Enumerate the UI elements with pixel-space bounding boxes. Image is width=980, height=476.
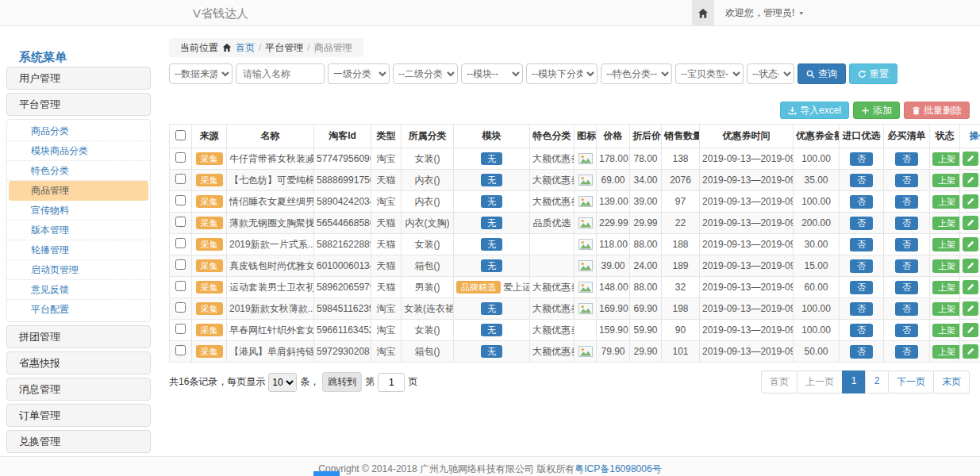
must-buy-toggle[interactable]: 否 (895, 324, 918, 337)
row-checkbox[interactable] (175, 324, 186, 334)
page-button[interactable]: 末页 (933, 370, 970, 393)
status-button[interactable]: 上架 (932, 345, 960, 359)
import-select-toggle[interactable]: 否 (850, 238, 873, 251)
row-checkbox[interactable] (175, 238, 186, 248)
status-button[interactable]: 上架 (932, 324, 960, 337)
filter-select-item-type[interactable]: --宝贝类型-- (675, 63, 744, 84)
add-button[interactable]: 添加 (853, 102, 900, 119)
edit-button[interactable] (963, 194, 978, 209)
page-button[interactable]: 下一页 (888, 370, 934, 393)
must-buy-toggle[interactable]: 否 (895, 152, 918, 166)
sidebar-item[interactable]: 版本管理 (7, 221, 150, 240)
cell-name: 2019新款女秋薄款... (227, 298, 314, 320)
sidebar-panel[interactable]: 省惠快报 (6, 351, 151, 374)
sidebar-item[interactable]: 意见反馈 (7, 280, 150, 300)
import-select-toggle[interactable]: 否 (850, 195, 873, 209)
filter-select-module-subcategory[interactable]: --模块下分类-- (526, 63, 598, 84)
select-all-checkbox[interactable] (175, 130, 186, 140)
must-buy-toggle[interactable]: 否 (895, 174, 918, 187)
sidebar-item[interactable]: 平台配置 (7, 300, 150, 320)
sidebar-item[interactable]: 启动页管理 (7, 260, 150, 280)
edit-button[interactable] (963, 173, 978, 187)
home-button[interactable] (692, 0, 714, 26)
must-buy-toggle[interactable]: 否 (895, 259, 918, 273)
filter-select-status[interactable]: --状态-- (747, 63, 794, 84)
status-button[interactable]: 上架 (932, 238, 960, 251)
sidebar-panel[interactable]: 消息管理 (6, 378, 151, 401)
page-size-select[interactable]: 10 (268, 373, 297, 392)
must-buy-toggle[interactable]: 否 (895, 217, 918, 230)
status-button[interactable]: 上架 (932, 281, 960, 294)
status-button[interactable]: 上架 (932, 217, 960, 230)
jump-page-input[interactable] (378, 373, 405, 392)
page-button[interactable]: 2 (865, 370, 889, 393)
import-select-toggle[interactable]: 否 (850, 217, 873, 230)
row-checkbox[interactable] (175, 152, 186, 163)
breadcrumb-item-platform[interactable]: 平台管理 (265, 41, 303, 55)
import-select-toggle[interactable]: 否 (850, 174, 873, 187)
must-buy-toggle[interactable]: 否 (895, 195, 918, 209)
page-button[interactable]: 首页 (761, 370, 797, 393)
status-button[interactable]: 上架 (932, 302, 960, 316)
row-checkbox[interactable] (175, 259, 186, 270)
edit-button[interactable] (963, 280, 978, 294)
import-select-toggle[interactable]: 否 (850, 281, 873, 294)
filter-select-feature-category[interactable]: --特色分类-- (601, 63, 672, 84)
user-menu[interactable]: 欢迎您，管理员! ▼ (714, 0, 980, 25)
edit-button[interactable] (963, 344, 978, 359)
row-checkbox[interactable] (175, 302, 186, 313)
edit-button[interactable] (963, 216, 978, 230)
filter-select-module[interactable]: --模块-- (461, 63, 523, 84)
jump-button[interactable]: 跳转到 (322, 372, 362, 392)
breadcrumb-home-link[interactable]: 首页 (236, 41, 255, 55)
cell-coupon-amount: 100.00 (794, 191, 840, 213)
sidebar-item[interactable]: 模块商品分类 (7, 141, 150, 161)
row-checkbox[interactable] (175, 281, 186, 291)
import-select-toggle[interactable]: 否 (850, 345, 873, 359)
edit-button[interactable] (963, 301, 978, 316)
sidebar-item[interactable]: 轮播管理 (7, 240, 150, 260)
sidebar-item[interactable]: 宣传物料 (7, 201, 150, 221)
cell-import-select: 否 (840, 320, 884, 341)
sidebar-panel[interactable]: 用户管理 (6, 67, 151, 90)
sidebar-panel[interactable]: 平台管理 (6, 93, 151, 116)
filter-select-level1-category[interactable]: 一级分类 (328, 63, 390, 84)
page-button[interactable]: 1 (842, 370, 866, 393)
reset-button[interactable]: 重置 (849, 63, 897, 84)
filter-select-level2-category[interactable]: --二级分类-- (393, 63, 458, 84)
status-button[interactable]: 上架 (932, 195, 960, 209)
status-button[interactable]: 上架 (932, 174, 960, 187)
import-select-toggle[interactable]: 否 (850, 152, 873, 166)
filter-select-data-source[interactable]: --数据来源-- (169, 63, 233, 84)
edit-button[interactable] (963, 323, 978, 337)
import-select-toggle[interactable]: 否 (850, 302, 873, 316)
must-buy-toggle[interactable]: 否 (895, 281, 918, 294)
edit-button[interactable] (963, 152, 978, 166)
import-excel-button[interactable]: 导入excel (780, 102, 849, 119)
sidebar-item-active[interactable]: 商品管理 (9, 181, 148, 201)
import-select-toggle[interactable]: 否 (850, 324, 873, 337)
import-select-toggle[interactable]: 否 (850, 259, 873, 273)
row-checkbox[interactable] (175, 217, 186, 227)
name-filter-input[interactable] (236, 63, 325, 84)
page-button[interactable]: 上一页 (797, 370, 843, 393)
query-button[interactable]: 查询 (797, 63, 846, 84)
must-buy-toggle[interactable]: 否 (895, 345, 918, 359)
status-button[interactable]: 上架 (932, 152, 960, 166)
status-button[interactable]: 上架 (932, 259, 960, 273)
sidebar-panel[interactable]: 兑换管理 (6, 430, 151, 453)
edit-button[interactable] (963, 259, 978, 273)
must-buy-toggle[interactable]: 否 (895, 238, 918, 251)
sidebar-panel[interactable]: 订单管理 (6, 404, 151, 427)
sidebar-item[interactable]: 商品分类 (7, 121, 150, 141)
cell-checkbox (170, 191, 192, 213)
row-checkbox[interactable] (175, 195, 186, 205)
edit-button[interactable] (963, 237, 978, 251)
icp-link[interactable]: 粤ICP备16098006号 (575, 463, 661, 474)
sidebar-panel[interactable]: 拼团管理 (6, 325, 151, 348)
row-checkbox[interactable] (175, 174, 186, 184)
sidebar-item[interactable]: 特色分类 (7, 161, 150, 181)
batch-delete-button[interactable]: 批量删除 (904, 102, 970, 119)
row-checkbox[interactable] (175, 345, 186, 355)
must-buy-toggle[interactable]: 否 (895, 302, 918, 316)
